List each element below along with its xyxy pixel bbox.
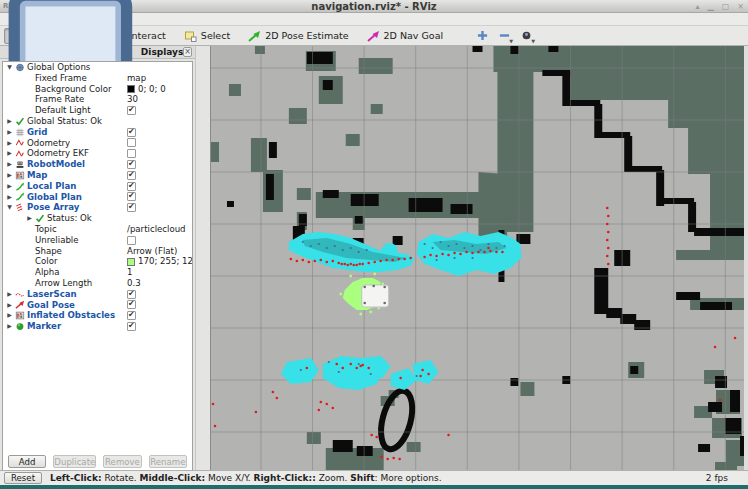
tree-row-status-ok[interactable]: ▶Status: Ok xyxy=(3,213,192,224)
focus-camera-button[interactable]: ▼ xyxy=(518,29,534,43)
collapse-arrow-icon[interactable]: ▼ xyxy=(6,62,13,73)
tool-label: 2D Pose Estimate xyxy=(265,30,348,41)
tree-row-map[interactable]: ▶Map xyxy=(3,170,192,181)
row-value[interactable]: 170; 255; 127 xyxy=(127,256,193,267)
enabled-checkbox[interactable] xyxy=(127,106,136,115)
tree-row-pose-array[interactable]: ▼Pose Array xyxy=(3,202,192,213)
tree-row-global-options[interactable]: ▼Global Options xyxy=(3,62,192,73)
row-value[interactable]: 0.3 xyxy=(127,278,141,289)
tree-row-frame-rate[interactable]: Frame Rate30 xyxy=(3,94,192,105)
row-value[interactable] xyxy=(127,148,136,159)
close-icon[interactable]: × xyxy=(183,47,192,57)
tree-row-arrow-length[interactable]: Arrow Length0.3 xyxy=(3,278,192,289)
tree-row-color[interactable]: Color170; 255; 127 xyxy=(3,256,192,267)
tree-row-fixed-frame[interactable]: Fixed Framemap xyxy=(3,73,192,84)
expand-arrow-icon[interactable]: ▶ xyxy=(6,321,13,332)
expand-arrow-icon[interactable]: ▶ xyxy=(6,159,13,170)
enabled-checkbox[interactable] xyxy=(127,290,136,299)
tree-row-local-plan[interactable]: ▶Local Plan xyxy=(3,181,192,192)
row-value[interactable] xyxy=(127,127,136,138)
expand-arrow-icon[interactable]: ▶ xyxy=(6,181,13,192)
tree-row-odometry-ekf[interactable]: ▶Odometry EKF xyxy=(3,148,192,159)
collapse-arrow-icon[interactable]: ▼ xyxy=(6,202,13,213)
render-viewport[interactable] xyxy=(210,46,744,470)
row-value[interactable] xyxy=(127,310,136,321)
row-value[interactable]: 30 xyxy=(127,94,138,105)
add-button[interactable]: Add xyxy=(8,455,46,468)
tree-row-global-status-ok[interactable]: ▶Global Status: Ok xyxy=(3,116,192,127)
tree-row-alpha[interactable]: Alpha1 xyxy=(3,267,192,278)
tree-row-background-color[interactable]: Background Color0; 0; 0 xyxy=(3,84,192,95)
row-value[interactable]: 1 xyxy=(127,267,132,278)
tree-row-odometry[interactable]: ▶Odometry xyxy=(3,138,192,149)
row-value[interactable]: map xyxy=(127,73,146,84)
row-value[interactable] xyxy=(127,235,136,246)
enabled-checkbox[interactable] xyxy=(127,203,136,212)
tree-row-unreliable[interactable]: Unreliable xyxy=(3,235,192,246)
color-swatch[interactable] xyxy=(127,258,135,266)
tool-select[interactable]: Select xyxy=(177,28,237,44)
expand-arrow-icon[interactable]: ▶ xyxy=(6,127,13,138)
tree-row-laserscan[interactable]: ▶LaserScan xyxy=(3,289,192,300)
expand-arrow-icon[interactable]: ▶ xyxy=(6,300,13,311)
row-value[interactable] xyxy=(127,138,136,149)
row-value[interactable]: Arrow (Flat) xyxy=(127,246,177,257)
tool-pose-estimate[interactable]: 2D Pose Estimate xyxy=(241,28,355,44)
enabled-checkbox[interactable] xyxy=(127,236,136,245)
expand-arrow-icon[interactable]: ▶ xyxy=(6,170,13,181)
remove-tool-button[interactable]: ▼ xyxy=(496,29,512,43)
expand-arrow-icon[interactable]: ▶ xyxy=(6,116,13,127)
enabled-checkbox[interactable] xyxy=(127,160,136,169)
row-value[interactable] xyxy=(127,192,136,203)
row-label: Global Plan xyxy=(27,192,82,203)
row-value[interactable] xyxy=(127,170,136,181)
shade-icon[interactable]: ▴ xyxy=(696,0,700,13)
expand-arrow-icon[interactable]: ▶ xyxy=(6,138,13,149)
caret-down-icon: ▼ xyxy=(509,38,513,44)
row-value[interactable] xyxy=(127,289,136,300)
row-label: Color xyxy=(35,256,57,267)
tree-row-topic[interactable]: Topic/particlecloud xyxy=(3,224,192,235)
close-icon[interactable]: × xyxy=(737,0,744,13)
row-value[interactable] xyxy=(127,321,136,332)
enabled-checkbox[interactable] xyxy=(127,171,136,180)
add-tool-button[interactable] xyxy=(474,29,490,43)
row-value[interactable] xyxy=(127,202,136,213)
tree-row-shape[interactable]: ShapeArrow (Flat) xyxy=(3,246,192,257)
expand-arrow-icon[interactable]: ▶ xyxy=(6,148,13,159)
tree-row-goal-pose[interactable]: ▶Goal Pose xyxy=(3,300,192,311)
tree-row-default-light[interactable]: Default Light xyxy=(3,105,192,116)
color-swatch[interactable] xyxy=(127,85,135,93)
row-value[interactable] xyxy=(127,181,136,192)
expand-arrow-icon[interactable]: ▶ xyxy=(6,289,13,300)
tool-nav-goal[interactable]: 2D Nav Goal xyxy=(360,28,451,44)
enabled-checkbox[interactable] xyxy=(127,138,136,147)
map-canvas[interactable] xyxy=(211,46,744,470)
minimize-icon[interactable]: ▁ xyxy=(708,0,714,13)
enabled-checkbox[interactable] xyxy=(127,311,136,320)
enabled-checkbox[interactable] xyxy=(127,182,136,191)
expand-arrow-icon[interactable]: ▶ xyxy=(26,213,33,224)
row-value[interactable] xyxy=(127,159,136,170)
displays-panel-header[interactable]: Displays × xyxy=(0,46,195,59)
expand-arrow-icon[interactable]: ▶ xyxy=(6,192,13,203)
expand-arrow-icon[interactable]: ▶ xyxy=(6,310,13,321)
displays-tree[interactable]: ▼Global Options Fixed Framemap Backgroun… xyxy=(2,61,193,489)
row-value[interactable] xyxy=(127,105,136,116)
maximize-icon[interactable]: ▢ xyxy=(722,0,730,13)
tree-row-global-plan[interactable]: ▶Global Plan xyxy=(3,192,192,203)
row-name: Color xyxy=(26,256,57,267)
tree-row-grid[interactable]: ▶Grid xyxy=(3,127,192,138)
row-value[interactable]: /particlecloud xyxy=(127,224,186,235)
enabled-checkbox[interactable] xyxy=(127,149,136,158)
row-value[interactable] xyxy=(127,300,136,311)
row-value[interactable]: 0; 0; 0 xyxy=(127,84,166,95)
enabled-checkbox[interactable] xyxy=(127,300,136,309)
tree-row-robotmodel[interactable]: ▶RobotModel xyxy=(3,159,192,170)
enabled-checkbox[interactable] xyxy=(127,322,136,331)
reset-button[interactable]: Reset xyxy=(4,472,42,484)
enabled-checkbox[interactable] xyxy=(127,192,136,201)
tree-row-marker[interactable]: ▶Marker xyxy=(3,321,192,332)
tree-row-inflated-obstacles[interactable]: ▶Inflated Obstacles xyxy=(3,310,192,321)
enabled-checkbox[interactable] xyxy=(127,128,136,137)
